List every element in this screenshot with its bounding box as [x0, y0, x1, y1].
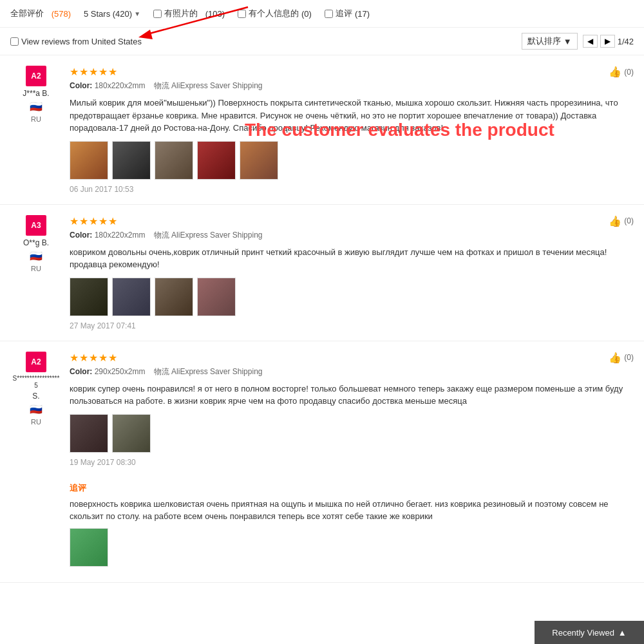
- avatar: A3: [26, 215, 46, 236]
- filter-bar: 全部评价 (578) 5 Stars (420) ▼ 有照片的 (103) 有个…: [0, 0, 644, 28]
- review-image[interactable]: [240, 141, 278, 180]
- review-text: Милый коврик для моей"мышеньки")) Поверх…: [70, 97, 634, 135]
- sort-dropdown[interactable]: 默认排序 ▼: [522, 33, 578, 50]
- shipping-label: 物流: [154, 367, 169, 376]
- review-meta: Color: 290x250x2mm 物流 AliExpress Saver S…: [70, 366, 634, 377]
- shipping-label: 物流: [154, 81, 169, 90]
- sort-controls: 默认排序 ▼ ◀ ▶ 1/42: [522, 33, 634, 50]
- country-label: RU: [31, 418, 41, 426]
- reviewer-name: S*****************5: [11, 375, 61, 389]
- avatar: A2: [26, 66, 46, 86]
- review-date: 06 Jun 2017 10:53: [70, 185, 634, 194]
- has-personal-info-label: 有个人信息的: [249, 8, 299, 19]
- followup-label: 追评: [70, 482, 634, 494]
- review-header: ★ ★ ★ ★ ★ 👍 (0): [70, 215, 634, 230]
- country-label: RU: [31, 265, 41, 272]
- country-flag: 🇷🇺: [30, 403, 43, 415]
- review-image[interactable]: [197, 278, 236, 316]
- like-button[interactable]: 👍 (0): [609, 66, 634, 78]
- star-rating: ★ ★ ★ ★ ★: [70, 215, 117, 227]
- view-from-us-filter[interactable]: View reviews from United States: [10, 37, 142, 46]
- thumbs-up-icon: 👍: [609, 352, 621, 364]
- five-stars-filter[interactable]: 5 Stars (420) ▼: [84, 9, 140, 19]
- reviewer-name-suffix: S.: [32, 392, 39, 401]
- followup-images: [70, 528, 634, 567]
- color-label: Color:: [70, 231, 92, 240]
- review-images: [70, 141, 634, 180]
- review-image[interactable]: [70, 528, 108, 567]
- review-image[interactable]: [70, 414, 108, 453]
- has-personal-info-filter[interactable]: 有个人信息的(0): [238, 8, 312, 19]
- review-image[interactable]: [112, 414, 151, 453]
- star-icon: ★: [70, 352, 79, 364]
- star-icon: ★: [79, 352, 88, 364]
- review-text: коврик супер очень понравился! я от него…: [70, 383, 634, 408]
- like-button[interactable]: 👍 (0): [609, 215, 634, 227]
- recently-viewed-bar[interactable]: Recently Viewed ▲: [535, 621, 644, 644]
- like-count: (0): [624, 353, 634, 362]
- view-from-us-label: View reviews from United States: [21, 37, 142, 46]
- five-stars-label: 5 Stars (420): [84, 9, 132, 19]
- all-reviews-count: (578): [52, 9, 71, 19]
- star-icon: ★: [79, 66, 88, 78]
- followup-label: 追评: [336, 8, 352, 19]
- prev-page-button[interactable]: ◀: [583, 35, 598, 48]
- star-icon: ★: [99, 215, 108, 227]
- followup-checkbox[interactable]: [325, 10, 333, 18]
- review-image[interactable]: [112, 141, 151, 180]
- star-icon: ★: [89, 66, 98, 78]
- color-label: Color:: [70, 367, 92, 376]
- shipping-value: AliExpress Saver Shipping: [171, 81, 262, 90]
- review-images: [70, 278, 634, 316]
- all-reviews-label: 全部评价: [10, 8, 44, 19]
- reviewer-info: A2 J***a B. 🇷🇺 RU: [10, 66, 62, 194]
- recently-viewed-label: Recently Viewed: [552, 628, 614, 638]
- thumbs-up-icon: 👍: [609, 215, 621, 227]
- like-button[interactable]: 👍 (0): [609, 352, 634, 364]
- color-value: 180x220x2mm: [95, 231, 146, 240]
- has-photos-filter[interactable]: 有照片的 (103): [153, 8, 225, 19]
- all-reviews-filter[interactable]: 全部评价 (578): [10, 8, 71, 19]
- has-personal-info-checkbox[interactable]: [238, 10, 246, 18]
- star-rating: ★ ★ ★ ★ ★: [70, 66, 117, 78]
- review-content: ★ ★ ★ ★ ★ 👍 (0) Color: 180x220x2mm 物流 Al…: [70, 66, 634, 194]
- followup-text: поверхность коврика шелковистая очень пр…: [70, 498, 634, 523]
- review-header: ★ ★ ★ ★ ★ 👍 (0): [70, 66, 634, 80]
- review-image[interactable]: [155, 141, 193, 180]
- country-flag: 🇷🇺: [30, 250, 43, 262]
- review-meta: Color: 180x220x2mm 物流 AliExpress Saver S…: [70, 80, 634, 91]
- review-meta: Color: 180x220x2mm 物流 AliExpress Saver S…: [70, 230, 634, 241]
- color-value: 180x220x2mm: [95, 81, 146, 90]
- like-count: (0): [624, 68, 634, 77]
- table-row: A3 O**g B. 🇷🇺 RU ★ ★ ★ ★ ★ 👍 (0) C: [0, 205, 644, 341]
- followup-filter[interactable]: 追评(17): [325, 8, 370, 19]
- followup-count: (17): [355, 9, 370, 19]
- star-icon: ★: [99, 66, 108, 78]
- star-icon: ★: [89, 215, 98, 227]
- has-photos-label: 有照片的: [164, 8, 198, 19]
- shipping-label: 物流: [154, 231, 169, 240]
- star-icon: ★: [70, 215, 79, 227]
- review-image[interactable]: [112, 278, 151, 316]
- review-image[interactable]: [70, 141, 108, 180]
- has-photos-count: (103): [205, 9, 225, 19]
- review-text: ковриком довольны очень,коврик отличный …: [70, 246, 634, 271]
- review-images: [70, 414, 634, 453]
- color-label: Color:: [70, 81, 92, 90]
- review-image[interactable]: [155, 278, 193, 316]
- star-icon: ★: [70, 66, 79, 78]
- reviewer-name: O**g B.: [23, 238, 49, 247]
- shipping-value: AliExpress Saver Shipping: [171, 367, 262, 376]
- review-image[interactable]: [197, 141, 236, 180]
- has-photos-checkbox[interactable]: [153, 10, 162, 18]
- reviewer-info: A3 O**g B. 🇷🇺 RU: [10, 215, 62, 330]
- reviews-container: The customer evaluates the product A2 J*…: [0, 55, 644, 583]
- review-image[interactable]: [70, 278, 108, 316]
- review-date: 19 May 2017 08:30: [70, 458, 634, 467]
- color-value: 290x250x2mm: [95, 367, 146, 376]
- like-count: (0): [624, 216, 634, 225]
- star-rating: ★ ★ ★ ★ ★: [70, 352, 117, 364]
- next-page-button[interactable]: ▶: [600, 35, 615, 48]
- table-row: A2 S*****************5 S. 🇷🇺 RU ★ ★ ★ ★ …: [0, 341, 644, 583]
- view-from-us-checkbox[interactable]: [10, 37, 19, 46]
